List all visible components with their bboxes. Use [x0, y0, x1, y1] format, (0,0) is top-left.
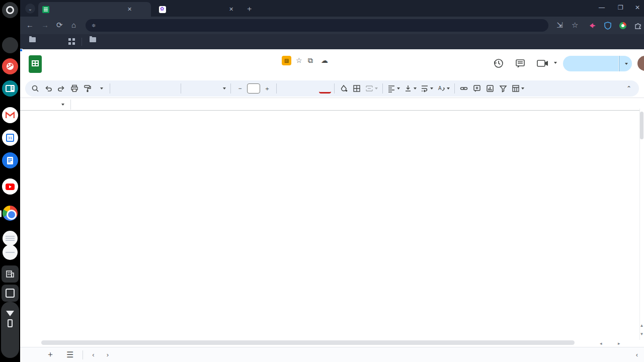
paint-format-icon[interactable] [82, 82, 94, 95]
move-to-folder-icon[interactable]: ⧉ [308, 56, 313, 65]
formula-input[interactable] [91, 98, 639, 110]
horizontal-align-icon[interactable] [386, 82, 401, 95]
create-filter-icon[interactable] [497, 82, 509, 95]
insert-link-icon[interactable] [458, 82, 470, 95]
font-size-input[interactable] [247, 83, 260, 94]
apps-grid-icon[interactable] [68, 38, 75, 45]
scroll-right-arrow[interactable]: ▸ [618, 341, 620, 346]
insert-comment-icon[interactable] [471, 82, 483, 95]
calendar-app-icon[interactable]: 31 [2, 130, 18, 146]
menu-view[interactable] [63, 66, 70, 77]
extension-green-icon[interactable] [619, 22, 627, 30]
increase-font-size-button[interactable]: ＋ [261, 82, 273, 95]
bookmark-sps-links[interactable] [29, 37, 39, 42]
screen-record-button[interactable] [2, 2, 18, 18]
pinned-badge[interactable] [2, 37, 18, 53]
window-preview-2[interactable] [2, 244, 18, 260]
star-document-icon[interactable]: ☆ [296, 56, 302, 64]
bookmark-folder[interactable] [90, 37, 99, 42]
save-to-device-icon[interactable]: ⇲ [556, 21, 563, 30]
text-wrap-icon[interactable] [419, 82, 435, 95]
percent-format-button[interactable] [126, 82, 138, 95]
forward-icon[interactable]: → [41, 21, 49, 29]
vertical-scrollbar[interactable] [639, 109, 644, 340]
redo-icon[interactable] [55, 82, 67, 95]
text-color-button[interactable] [319, 83, 331, 94]
font-select[interactable] [184, 82, 227, 95]
back-icon[interactable]: ← [26, 21, 34, 29]
insert-chart-icon[interactable] [484, 82, 496, 95]
extension-shield-icon[interactable] [604, 22, 612, 30]
avatar[interactable] [637, 56, 644, 71]
scroll-up-arrow[interactable]: ▲ [639, 323, 644, 328]
menu-extensions[interactable] [104, 66, 111, 77]
home-icon[interactable]: ⌂ [71, 21, 76, 29]
table-views-icon[interactable] [510, 82, 526, 95]
system-tray[interactable] [1, 302, 19, 358]
sheets-logo-icon[interactable] [29, 55, 42, 73]
extensions-puzzle-icon[interactable] [634, 22, 642, 30]
news-app-icon[interactable] [2, 80, 18, 97]
print-icon[interactable] [68, 82, 80, 95]
comments-icon[interactable] [515, 58, 526, 71]
meet-dropdown-caret[interactable] [552, 62, 557, 64]
borders-icon[interactable] [351, 82, 363, 95]
menu-tools[interactable] [96, 66, 103, 77]
window-close-button[interactable]: ✕ [635, 4, 640, 11]
search-menus-icon[interactable] [29, 82, 41, 95]
meet-video-icon[interactable] [536, 58, 551, 71]
menu-accessibility[interactable] [120, 66, 127, 77]
decrease-font-size-button[interactable]: − [234, 82, 246, 95]
reload-icon[interactable]: ⟳ [56, 21, 63, 30]
collapse-toolbar-icon[interactable]: ⌃ [623, 82, 635, 95]
strikethrough-button[interactable] [306, 82, 318, 95]
add-sheet-icon[interactable]: ＋ [40, 349, 60, 360]
menu-help[interactable] [112, 66, 119, 77]
sheet-nav-next-icon[interactable]: › [101, 351, 115, 358]
office-app-button[interactable] [2, 265, 19, 283]
scroll-down-arrow[interactable]: ▼ [639, 332, 644, 336]
scroll-left-arrow[interactable]: ◂ [600, 341, 602, 346]
tab-search-button[interactable]: ⌄ [25, 4, 35, 14]
docs-app-icon[interactable] [2, 152, 18, 168]
window-restore-button[interactable]: ❐ [618, 4, 623, 11]
bookmark-star-icon[interactable]: ☆ [572, 21, 578, 30]
menu-file[interactable] [47, 66, 54, 77]
window-minimize-button[interactable]: — [599, 4, 605, 11]
horizontal-scrollbar-thumb[interactable] [41, 340, 575, 345]
share-button[interactable] [563, 56, 618, 71]
browser-tab-innerview[interactable]: ✕ [155, 2, 240, 17]
tab-close-icon[interactable]: ✕ [127, 6, 132, 13]
art-app-icon[interactable] [2, 58, 18, 74]
tab-close-icon[interactable]: ✕ [229, 6, 233, 13]
currency-format-button[interactable] [113, 82, 125, 95]
site-settings-icon[interactable]: ≑ [92, 23, 95, 28]
undo-icon[interactable] [42, 82, 54, 95]
extension-pink-icon[interactable] [589, 22, 597, 30]
text-rotation-icon[interactable]: A [436, 82, 451, 95]
more-formats-button[interactable] [166, 82, 178, 95]
share-dropdown-button[interactable] [619, 56, 632, 71]
italic-button[interactable] [293, 82, 305, 95]
vertical-scrollbar-thumb[interactable] [640, 112, 643, 139]
side-panel-collapse-icon[interactable]: ‹ [636, 351, 638, 358]
name-box[interactable] [24, 100, 68, 110]
gmail-app-icon[interactable] [2, 107, 18, 123]
zoom-select[interactable] [95, 82, 107, 95]
browser-tab-active[interactable]: ✕ [38, 2, 151, 17]
new-tab-button[interactable]: ＋ [246, 4, 253, 14]
merge-cells-icon[interactable] [364, 82, 379, 95]
all-sheets-icon[interactable]: ☰ [60, 350, 79, 359]
menu-edit[interactable] [55, 66, 62, 77]
vertical-align-icon[interactable] [403, 82, 418, 95]
bold-button[interactable] [280, 82, 292, 95]
date-widget-button[interactable] [2, 285, 19, 302]
increase-decimals-button[interactable] [152, 82, 165, 95]
decrease-decimals-button[interactable] [139, 82, 151, 95]
menu-data[interactable] [88, 66, 95, 77]
youtube-app-icon[interactable] [2, 178, 18, 195]
menu-insert[interactable] [71, 66, 78, 77]
version-history-icon[interactable] [493, 58, 504, 71]
address-bar[interactable]: ≑ [86, 19, 548, 32]
menu-format[interactable] [79, 66, 87, 77]
